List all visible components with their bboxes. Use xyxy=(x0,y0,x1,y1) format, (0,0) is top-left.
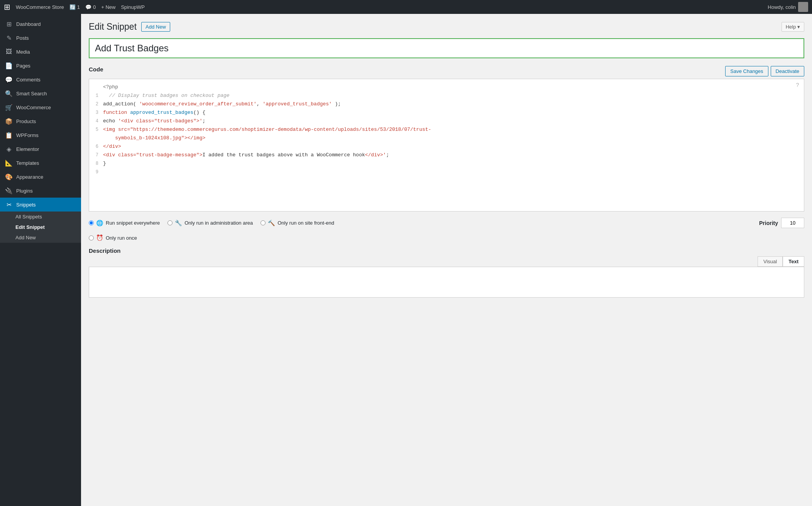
main-content: Edit Snippet Add New Help ▾ Code Save Ch… xyxy=(81,14,812,506)
sidebar: ⊞ Dashboard ✎ Posts 🖼 Media 📄 Pages 💬 Co… xyxy=(0,14,81,506)
code-line-5: 5 <img src="https://themedemo.commercegu… xyxy=(89,125,804,134)
submenu-edit-snippet[interactable]: Edit Snippet xyxy=(0,222,81,232)
posts-icon: ✎ xyxy=(5,34,12,41)
snippets-icon: ✂ xyxy=(5,201,12,208)
sidebar-item-comments[interactable]: 💬 Comments xyxy=(0,73,81,86)
top-bar: ⊞ WooCommerce Store 🔄 1 💬 0 + New Spinup… xyxy=(0,0,812,14)
page-header: Edit Snippet Add New Help ▾ xyxy=(89,22,804,32)
sidebar-item-snippets[interactable]: ✂ Snippets xyxy=(0,198,81,212)
run-admin-radio[interactable] xyxy=(167,220,173,225)
media-icon: 🖼 xyxy=(5,48,12,55)
elementor-icon: ◈ xyxy=(5,146,12,152)
sidebar-item-media[interactable]: 🖼 Media xyxy=(0,45,81,59)
wpforms-icon: 📋 xyxy=(5,132,12,139)
pages-icon: 📄 xyxy=(5,62,12,69)
code-actions: Save Changes Deactivate xyxy=(725,66,804,76)
visual-tab-button[interactable]: Visual xyxy=(758,256,783,267)
code-line-5b: symbols_b-1024x108.jpg"></img> xyxy=(89,134,804,142)
deactivate-button[interactable]: Deactivate xyxy=(771,66,804,76)
text-tab-button[interactable]: Text xyxy=(783,256,804,267)
priority-group: Priority xyxy=(759,218,804,228)
snippets-submenu: All Snippets Edit Snippet Add New xyxy=(0,212,81,243)
comments-link[interactable]: 💬 0 xyxy=(85,4,96,10)
templates-icon: 📐 xyxy=(5,159,12,166)
add-new-button[interactable]: Add New xyxy=(141,22,170,32)
globe-icon: 🌐 xyxy=(96,220,103,227)
help-button[interactable]: Help ▾ xyxy=(782,22,804,32)
code-line-8: 8 } xyxy=(89,159,804,168)
comments-icon: 💬 xyxy=(5,76,12,83)
sidebar-item-appearance[interactable]: 🎨 Appearance xyxy=(0,170,81,184)
sidebar-item-elementor[interactable]: ◈ Elementor xyxy=(0,142,81,156)
submenu-add-new[interactable]: Add New xyxy=(0,232,81,243)
code-line-7: 7 <div class="trust-badge-message">I add… xyxy=(89,151,804,159)
code-line-9: 9 xyxy=(89,168,804,176)
page-title: Edit Snippet xyxy=(89,22,137,32)
run-frontend-radio[interactable] xyxy=(261,220,266,225)
code-line-4: 4 echo '<div class="trust-badges">'; xyxy=(89,117,804,125)
wrench-icon: 🔧 xyxy=(175,220,182,227)
description-label: Description xyxy=(89,247,121,254)
sidebar-item-products[interactable]: 📦 Products xyxy=(0,114,81,128)
new-link[interactable]: + New xyxy=(101,4,115,10)
code-line-1: 1 // Display trust badges on checkout pa… xyxy=(89,91,804,100)
sidebar-item-templates[interactable]: 📐 Templates xyxy=(0,156,81,170)
site-name-link[interactable]: WooCommerce Store xyxy=(16,4,64,10)
priority-label: Priority xyxy=(759,220,778,226)
sidebar-item-wpforms[interactable]: 📋 WPForms xyxy=(0,128,81,142)
sidebar-item-posts[interactable]: ✎ Posts xyxy=(0,31,81,45)
code-section-label: Code xyxy=(89,66,103,73)
updates-link[interactable]: 🔄 1 xyxy=(69,4,80,10)
run-frontend-option[interactable]: 🔨 Only run on site front-end xyxy=(261,220,334,227)
wp-logo-icon[interactable]: ⊞ xyxy=(4,2,10,12)
code-editor[interactable]: ? <?php 1 // Display trust badges on che… xyxy=(89,79,804,212)
snippet-name-input[interactable] xyxy=(89,38,804,58)
dashboard-icon: ⊞ xyxy=(5,20,12,27)
plugins-icon: 🔌 xyxy=(5,187,12,194)
products-icon: 📦 xyxy=(5,118,12,125)
spinupwp-link[interactable]: SpinupWP xyxy=(121,4,144,10)
hammer-icon: 🔨 xyxy=(268,220,275,227)
run-admin-option[interactable]: 🔧 Only run in administration area xyxy=(167,220,253,227)
priority-input[interactable] xyxy=(781,218,804,228)
code-line-2: 2 add_action( 'woocommerce_review_order_… xyxy=(89,100,804,108)
sidebar-item-smart-search[interactable]: 🔍 Smart Search xyxy=(0,86,81,100)
description-section: Description Visual Text xyxy=(89,247,804,298)
clock-icon: ⏰ xyxy=(96,234,103,241)
sidebar-item-dashboard[interactable]: ⊞ Dashboard xyxy=(0,17,81,31)
desc-toolbar: Visual Text xyxy=(89,256,804,267)
run-once-radio[interactable] xyxy=(89,235,94,240)
appearance-icon: 🎨 xyxy=(5,173,12,180)
user-greeting: Howdy, colin xyxy=(768,2,808,12)
smart-search-icon: 🔍 xyxy=(5,90,12,97)
save-changes-button[interactable]: Save Changes xyxy=(725,66,768,76)
app-body: ⊞ Dashboard ✎ Posts 🖼 Media 📄 Pages 💬 Co… xyxy=(0,14,812,506)
run-once-option[interactable]: ⏰ Only run once xyxy=(89,234,137,241)
code-line-3: 3 function approved_trust_badges() { xyxy=(89,108,804,117)
run-everywhere-radio[interactable] xyxy=(89,220,94,225)
sidebar-item-pages[interactable]: 📄 Pages xyxy=(0,59,81,73)
woocommerce-icon: 🛒 xyxy=(5,104,12,111)
submenu-all-snippets[interactable]: All Snippets xyxy=(0,212,81,222)
run-options-row2: ⏰ Only run once xyxy=(89,234,804,241)
code-line-php: <?php xyxy=(89,83,804,91)
run-everywhere-option[interactable]: 🌐 Run snippet everywhere xyxy=(89,220,160,227)
sidebar-item-plugins[interactable]: 🔌 Plugins xyxy=(0,184,81,198)
page-header-left: Edit Snippet Add New xyxy=(89,22,170,32)
avatar[interactable] xyxy=(798,2,808,12)
code-section-header: Code Save Changes Deactivate xyxy=(89,66,804,76)
description-editor[interactable] xyxy=(89,267,804,298)
sidebar-item-woocommerce[interactable]: 🛒 WooCommerce xyxy=(0,100,81,114)
help-icon[interactable]: ? xyxy=(796,82,799,88)
code-line-6: 6 </div> xyxy=(89,142,804,151)
run-options: 🌐 Run snippet everywhere 🔧 Only run in a… xyxy=(89,218,804,228)
